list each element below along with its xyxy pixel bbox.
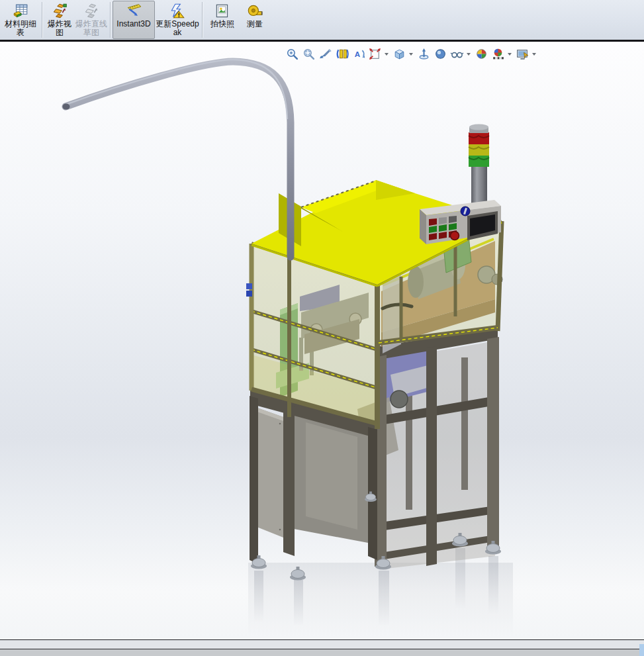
update-speedpak-icon xyxy=(169,3,186,20)
bom-button-label: 材料明细表 xyxy=(2,20,39,37)
instant3d-button[interactable]: Instant3D xyxy=(113,1,155,39)
instant3d-button-label: Instant3D xyxy=(116,20,150,28)
signal-tower[interactable] xyxy=(469,124,489,206)
dropdown-arrow-icon[interactable] xyxy=(409,53,413,56)
exploded-line-sketch-button[interactable]: 爆炸直线草图 xyxy=(75,1,108,39)
3d-drawing-view-icon: A xyxy=(351,47,365,61)
curved-feed-pipe[interactable] xyxy=(63,60,291,257)
previous-view-button[interactable] xyxy=(318,46,333,62)
hide-show-items-icon xyxy=(450,47,464,61)
hide-show-items-button[interactable] xyxy=(449,46,465,62)
toolbar-separator xyxy=(42,2,42,38)
dropdown-arrow-icon[interactable] xyxy=(385,53,389,56)
apply-scene-icon xyxy=(475,47,488,61)
snapshot-button[interactable]: 拍快照 xyxy=(205,1,240,39)
snapshot-icon xyxy=(214,3,231,20)
hide-show-axes-button[interactable] xyxy=(416,46,432,62)
instant3d-icon xyxy=(125,3,142,20)
dropdown-arrow-icon[interactable] xyxy=(467,53,471,56)
window-edge xyxy=(0,649,644,656)
status-bar xyxy=(0,639,644,649)
dropdown-arrow-icon[interactable] xyxy=(532,53,536,56)
measure-button-label: 测量 xyxy=(247,20,263,28)
measure-button[interactable]: 测量 xyxy=(240,1,269,39)
headsup-view-toolbar: A xyxy=(285,46,538,62)
bom-table-icon xyxy=(12,3,29,20)
assembly-model[interactable] xyxy=(0,44,644,639)
apply-scene-button[interactable] xyxy=(474,46,489,62)
view-settings-icon xyxy=(491,47,505,61)
display-style-icon xyxy=(392,47,406,61)
measure-tape-icon xyxy=(246,3,263,20)
graphics-viewport[interactable]: A xyxy=(0,44,644,639)
dropdown-arrow-icon[interactable] xyxy=(508,53,512,56)
edit-appearance-button[interactable] xyxy=(433,46,448,62)
edit-appearance-icon xyxy=(434,47,447,61)
exploded-view-button[interactable]: 爆炸视图 xyxy=(44,1,75,39)
toolbar-separator xyxy=(202,2,203,38)
previous-view-icon xyxy=(318,47,332,61)
hide-show-axes-icon xyxy=(417,47,431,61)
zoom-to-fit-button[interactable] xyxy=(285,46,300,62)
update-speedpak-button-label: 更新Speedpak xyxy=(156,20,199,37)
toolbar-separator xyxy=(110,2,111,38)
exploded-view-button-label: 爆炸视图 xyxy=(45,20,74,37)
door-latch[interactable] xyxy=(246,291,252,297)
exploded-line-sketch-button-label: 爆炸直线草图 xyxy=(75,20,107,37)
zoom-to-fit-icon xyxy=(285,47,299,61)
bom-button[interactable]: 材料明细表 xyxy=(1,1,40,39)
exploded-view-icon xyxy=(51,3,68,20)
door-latch[interactable] xyxy=(246,283,252,289)
camera-options-button[interactable] xyxy=(515,46,530,62)
update-speedpak-button[interactable]: 更新Speedpak xyxy=(155,1,200,39)
snapshot-button-label: 拍快照 xyxy=(210,20,234,28)
camera-options-icon xyxy=(516,47,529,61)
view-orientation-button[interactable] xyxy=(367,46,383,62)
zoom-to-area-button[interactable] xyxy=(301,46,316,62)
emergency-stop-button[interactable] xyxy=(451,232,459,240)
exploded-line-sketch-icon xyxy=(83,3,100,20)
svg-text:A: A xyxy=(355,50,361,58)
resize-corner xyxy=(639,644,644,656)
view-orientation-icon xyxy=(368,47,382,61)
zoom-to-area-icon xyxy=(302,47,316,61)
display-style-button[interactable] xyxy=(392,46,407,62)
3d-drawing-view-button[interactable]: A xyxy=(351,46,366,62)
command-toolbar: 材料明细表 爆炸视图 xyxy=(0,0,644,42)
section-view-button[interactable] xyxy=(334,46,349,62)
solidworks-window: 材料明细表 爆炸视图 xyxy=(0,0,644,656)
section-view-icon xyxy=(335,47,349,61)
view-settings-button[interactable] xyxy=(490,46,506,62)
